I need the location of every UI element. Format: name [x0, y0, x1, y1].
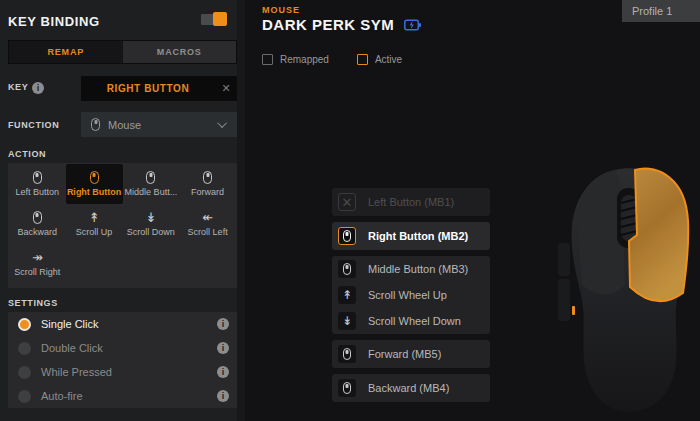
mouse-icon [90, 171, 99, 184]
key-info-icon[interactable]: i [32, 82, 44, 94]
led-indicator [572, 306, 575, 315]
function-value: Mouse [108, 119, 212, 131]
filter-active[interactable]: Active [357, 54, 402, 65]
radio-icon [18, 390, 31, 403]
scroll-right-icon: ↠ [32, 251, 43, 264]
info-icon[interactable]: i [217, 342, 229, 354]
action-scroll-left[interactable]: ↞ Scroll Left [179, 204, 236, 244]
button-row-backward[interactable]: Backward (MB4) [332, 374, 490, 402]
setting-double-click[interactable]: Double Click i [8, 336, 237, 360]
panel-scrollbar[interactable] [237, 0, 245, 421]
panel-title: KEY BINDING [8, 14, 100, 29]
mouse-icon [146, 171, 155, 184]
mouse-icon [33, 211, 42, 224]
button-row-left[interactable]: ✕ Left Button (MB1) [332, 188, 490, 216]
disabled-icon: ✕ [338, 193, 356, 211]
device-name-row: DARK PERK SYM [262, 16, 421, 33]
filter-checkboxes: Remapped Active [262, 54, 402, 65]
action-middle-button[interactable]: Middle Butt... [123, 164, 180, 204]
button-row-forward[interactable]: Forward (MB5) [332, 340, 490, 368]
settings-label: SETTINGS [8, 298, 58, 308]
button-row-scroll-down[interactable]: ↡ Scroll Wheel Down [332, 308, 490, 334]
action-label: ACTION [8, 149, 46, 159]
info-icon[interactable]: i [217, 390, 229, 402]
checkbox-icon [357, 54, 368, 65]
action-forward[interactable]: Forward [179, 164, 236, 204]
radio-icon [18, 318, 31, 331]
tab-macros-label: MACROS [157, 47, 202, 57]
key-binding-toggle[interactable] [201, 14, 225, 25]
tab-macros[interactable]: MACROS [123, 41, 237, 63]
battery-charging-icon [404, 19, 421, 31]
action-grid: Left Button Right Button Middle Butt... … [8, 163, 237, 288]
button-row-middle[interactable]: Middle Button (MB3) [332, 256, 490, 282]
setting-single-click[interactable]: Single Click i [8, 312, 237, 336]
mouse-right-button-highlight[interactable] [629, 168, 688, 301]
radio-icon [18, 342, 31, 355]
mouse-icon [338, 345, 356, 363]
checkbox-icon [262, 54, 273, 65]
mouse-icon [338, 227, 356, 245]
filter-remapped[interactable]: Remapped [262, 54, 329, 65]
scroll-left-icon: ↞ [202, 211, 213, 224]
action-right-button[interactable]: Right Button [66, 164, 123, 204]
scroll-up-icon: ↟ [338, 286, 356, 304]
close-icon[interactable]: ✕ [215, 82, 237, 95]
side-button-forward [558, 243, 570, 276]
key-binding-panel: KEY BINDING REMAP MACROS KEY i RIGHT BUT… [0, 0, 245, 421]
tab-remap[interactable]: REMAP [9, 41, 123, 63]
app-window: KEY BINDING REMAP MACROS KEY i RIGHT BUT… [0, 0, 700, 421]
button-row-scroll-up[interactable]: ↟ Scroll Wheel Up [332, 282, 490, 308]
mouse-icon [91, 118, 100, 131]
device-type-label: MOUSE [262, 5, 300, 15]
scroll-down-icon: ↡ [338, 312, 356, 330]
toggle-knob-icon [213, 12, 227, 26]
mouse-icon [338, 260, 356, 278]
function-label: FUNCTION [8, 120, 59, 130]
mouse-icon [33, 171, 42, 184]
action-scroll-down[interactable]: ↡ Scroll Down [123, 204, 180, 244]
mouse-icon [203, 171, 212, 184]
action-scroll-right[interactable]: ↠ Scroll Right [9, 244, 66, 284]
action-backward[interactable]: Backward [9, 204, 66, 244]
mouse-button-list: ✕ Left Button (MB1) Right Button (MB2) M… [332, 188, 490, 402]
settings-card: Single Click i Double Click i While Pres… [8, 312, 237, 408]
action-left-button[interactable]: Left Button [9, 164, 66, 204]
info-icon[interactable]: i [217, 366, 229, 378]
chevron-down-icon [217, 118, 227, 128]
side-button-backward [558, 279, 570, 321]
button-row-right[interactable]: Right Button (MB2) [332, 222, 490, 250]
tab-remap-label: REMAP [47, 47, 84, 57]
device-panel: MOUSE DARK PERK SYM Profile 1 Remapped A… [245, 0, 700, 421]
key-field[interactable]: RIGHT BUTTON ✕ [81, 76, 237, 101]
radio-icon [18, 366, 31, 379]
mouse-icon [338, 379, 356, 397]
scroll-down-icon: ↡ [145, 211, 156, 224]
device-name: DARK PERK SYM [262, 16, 394, 33]
key-value: RIGHT BUTTON [81, 83, 215, 94]
key-binding-header: KEY BINDING [8, 12, 237, 30]
profile-button[interactable]: Profile 1 [622, 0, 700, 22]
info-icon[interactable]: i [217, 318, 229, 330]
scroll-up-icon: ↟ [89, 211, 100, 224]
action-scroll-up[interactable]: ↟ Scroll Up [66, 204, 123, 244]
button-group-middle-scroll: Middle Button (MB3) ↟ Scroll Wheel Up ↡ … [332, 256, 490, 334]
key-label: KEY [8, 82, 28, 92]
profile-label: Profile 1 [632, 5, 672, 17]
binding-tabs: REMAP MACROS [8, 40, 237, 64]
mouse-illustration [555, 163, 700, 415]
setting-auto-fire[interactable]: Auto-fire i [8, 384, 237, 408]
setting-while-pressed[interactable]: While Pressed i [8, 360, 237, 384]
function-dropdown[interactable]: Mouse [81, 112, 237, 137]
